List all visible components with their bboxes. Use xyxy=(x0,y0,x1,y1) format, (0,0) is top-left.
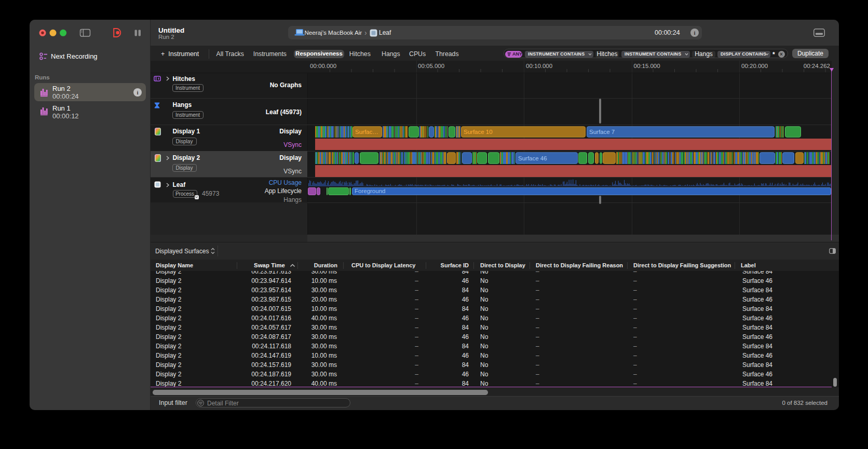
svg-text:Surface 46: Surface 46 xyxy=(518,155,547,161)
svg-text:Surfac…: Surfac… xyxy=(355,129,378,135)
svg-text:Surface 10: Surface 10 xyxy=(464,129,493,135)
svg-text:Surface 7: Surface 7 xyxy=(589,129,615,135)
